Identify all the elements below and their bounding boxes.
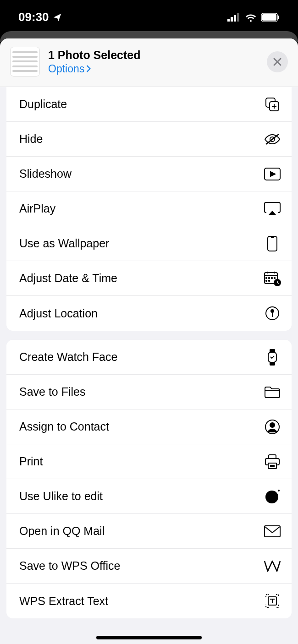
share-sheet: 1 Photo Selected Options Duplicate Hide … bbox=[0, 38, 298, 644]
action-label: WPS Extract Text bbox=[19, 595, 108, 608]
sheet-header: 1 Photo Selected Options bbox=[0, 38, 298, 87]
action-label: Open in QQ Mail bbox=[19, 524, 105, 538]
chevron-right-icon bbox=[86, 65, 91, 72]
svg-point-27 bbox=[265, 491, 278, 503]
ulike-icon bbox=[263, 487, 281, 506]
svg-point-18 bbox=[269, 280, 270, 281]
status-bar: 09:30 bbox=[0, 0, 298, 34]
location-icon bbox=[263, 304, 281, 322]
action-qq-mail[interactable]: Open in QQ Mail bbox=[6, 514, 292, 549]
action-save-files[interactable]: Save to Files bbox=[6, 375, 292, 409]
action-wps-office[interactable]: Save to WPS Office bbox=[6, 549, 292, 584]
svg-point-24 bbox=[270, 423, 275, 427]
extract-icon bbox=[263, 592, 281, 610]
status-time: 09:30 bbox=[18, 10, 49, 24]
close-icon bbox=[273, 57, 282, 66]
contact-icon bbox=[263, 418, 281, 436]
svg-point-13 bbox=[266, 277, 267, 278]
svg-point-28 bbox=[278, 490, 280, 491]
action-label: AirPlay bbox=[19, 202, 55, 215]
svg-point-16 bbox=[274, 277, 275, 278]
svg-rect-0 bbox=[227, 19, 230, 22]
action-watch-face[interactable]: Create Watch Face bbox=[6, 340, 292, 375]
action-hide[interactable]: Hide bbox=[6, 122, 292, 157]
action-label: Save to WPS Office bbox=[19, 559, 120, 573]
action-label: Adjust Location bbox=[19, 307, 98, 320]
action-label: Use Ulike to edit bbox=[19, 490, 103, 503]
action-label: Assign to Contact bbox=[19, 420, 109, 433]
status-right bbox=[227, 13, 280, 22]
cellular-icon bbox=[227, 13, 240, 22]
action-label: Duplicate bbox=[19, 98, 67, 111]
svg-rect-29 bbox=[265, 526, 280, 537]
action-assign-contact[interactable]: Assign to Contact bbox=[6, 409, 292, 444]
mail-icon bbox=[263, 522, 281, 540]
wps-icon bbox=[263, 557, 281, 575]
action-wps-extract[interactable]: WPS Extract Text bbox=[6, 584, 292, 618]
slideshow-icon bbox=[263, 165, 281, 183]
folder-icon bbox=[263, 383, 281, 401]
svg-rect-2 bbox=[234, 15, 236, 22]
action-slideshow[interactable]: Slideshow bbox=[6, 157, 292, 191]
photo-thumbnail[interactable] bbox=[10, 47, 40, 76]
status-left: 09:30 bbox=[18, 10, 62, 24]
action-label: Adjust Date & Time bbox=[19, 272, 117, 285]
svg-rect-6 bbox=[278, 16, 279, 19]
action-label: Create Watch Face bbox=[19, 350, 117, 364]
header-title: 1 Photo Selected bbox=[48, 49, 267, 62]
header-text: 1 Photo Selected Options bbox=[48, 49, 267, 75]
battery-icon bbox=[261, 13, 280, 22]
actions-group-2: Create Watch Face Save to Files Assign t… bbox=[6, 340, 292, 618]
watch-icon bbox=[263, 348, 281, 366]
action-airplay[interactable]: AirPlay bbox=[6, 191, 292, 226]
svg-rect-3 bbox=[237, 13, 239, 22]
location-arrow-icon bbox=[53, 13, 62, 22]
action-print[interactable]: Print bbox=[6, 444, 292, 479]
action-wallpaper[interactable]: Use as Wallpaper bbox=[6, 226, 292, 261]
action-label: Print bbox=[19, 455, 43, 468]
wallpaper-icon bbox=[263, 235, 281, 253]
close-button[interactable] bbox=[267, 51, 288, 72]
hide-icon bbox=[263, 130, 281, 148]
svg-point-21 bbox=[271, 310, 274, 312]
datetime-icon bbox=[263, 269, 281, 288]
actions-group-1: Duplicate Hide Slideshow AirPlay Use as … bbox=[6, 87, 292, 331]
svg-point-15 bbox=[271, 277, 272, 278]
action-label: Slideshow bbox=[19, 167, 72, 180]
svg-rect-1 bbox=[231, 17, 233, 22]
action-label: Hide bbox=[19, 132, 43, 146]
sheet-content[interactable]: Duplicate Hide Slideshow AirPlay Use as … bbox=[0, 87, 298, 639]
svg-point-14 bbox=[269, 277, 270, 278]
options-link[interactable]: Options bbox=[48, 63, 267, 75]
duplicate-icon bbox=[263, 95, 281, 114]
svg-point-17 bbox=[266, 280, 267, 281]
action-label: Save to Files bbox=[19, 385, 86, 398]
home-indicator[interactable] bbox=[96, 636, 202, 639]
action-label: Use as Wallpaper bbox=[19, 237, 109, 250]
options-label: Options bbox=[48, 63, 84, 75]
action-adjust-date-time[interactable]: Adjust Date & Time bbox=[6, 261, 292, 296]
wifi-icon bbox=[245, 13, 257, 22]
action-duplicate[interactable]: Duplicate bbox=[6, 87, 292, 122]
action-adjust-location[interactable]: Adjust Location bbox=[6, 296, 292, 331]
action-ulike[interactable]: Use Ulike to edit bbox=[6, 479, 292, 514]
print-icon bbox=[263, 453, 281, 471]
airplay-icon bbox=[263, 200, 281, 218]
svg-rect-5 bbox=[262, 14, 276, 21]
svg-rect-11 bbox=[268, 236, 277, 251]
